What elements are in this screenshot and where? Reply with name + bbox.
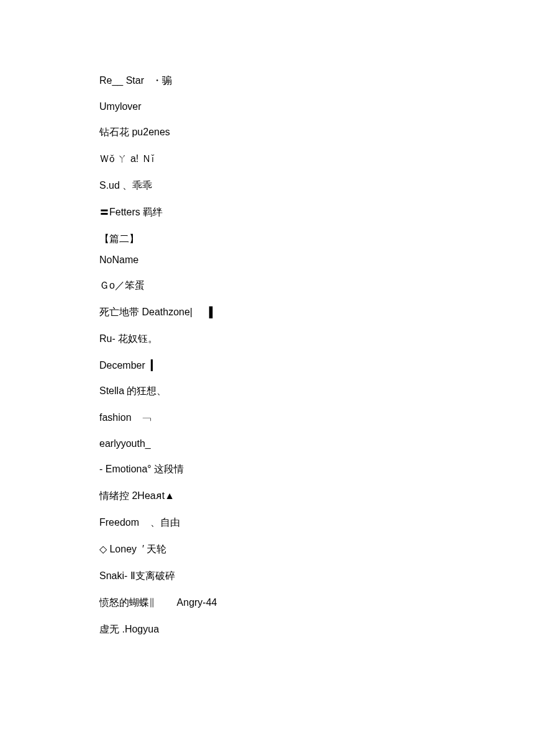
text-line: Ru- 花奴钰。 <box>99 333 441 346</box>
text-line: S.ud 、乖乖 <box>99 179 441 192</box>
text-line: 〓Fetters 羁绊 <box>99 206 441 219</box>
text-line: 愤怒的蝴蝶‖ Angry-44 <box>99 596 441 610</box>
text-line: fashion ﹁ <box>99 412 441 425</box>
text-line: 虚无 .Hogyua <box>99 623 441 636</box>
text-line: Ｇo／笨蛋 <box>99 279 441 292</box>
text-line: Re__ Star ・骟 <box>99 74 441 88</box>
section-heading: 【篇二】 <box>99 233 441 246</box>
text-line: December ▎ <box>99 359 441 371</box>
text-line: Snaki- Ⅱ支离破碎 <box>99 570 441 583</box>
text-line: 死亡地带 Deathzone| ▌ <box>99 306 441 319</box>
text-line: Ｗǒ ㄚ a! Ｎǐ <box>99 153 441 166</box>
document-page: Re__ Star ・骟 Umylover 钻石花 pu2enes Ｗǒ ㄚ a… <box>0 0 441 636</box>
text-line: NoName <box>99 254 441 266</box>
text-line: earlyyouth_ <box>99 438 441 449</box>
text-line: ◇ Loney ′ 天轮 <box>99 543 441 556</box>
text-line: 情绪控 2Нeаᴙt▲ <box>99 490 441 503</box>
text-line: - Emotiona° 这段情 <box>99 463 441 476</box>
text-line: Umylover <box>99 101 441 112</box>
text-line: Freedom 、自由 <box>99 516 441 529</box>
text-line: 钻石花 pu2enes <box>99 126 441 139</box>
text-line: Stella 的狂想、 <box>99 385 441 398</box>
